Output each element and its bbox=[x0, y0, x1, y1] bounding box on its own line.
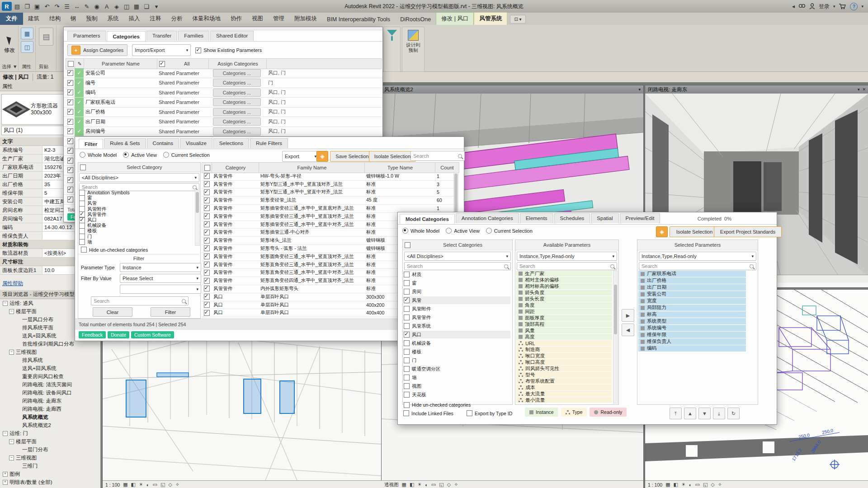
standards-category-10[interactable]: 门 bbox=[404, 357, 510, 364]
selected-parameter-3[interactable]: 安装公司 bbox=[638, 291, 746, 297]
selected-parameter-5[interactable]: 局部阻力 bbox=[638, 305, 746, 311]
row-checkbox[interactable] bbox=[67, 167, 73, 173]
row-checkbox[interactable] bbox=[67, 119, 73, 125]
row-checkbox[interactable] bbox=[204, 173, 210, 179]
standards-tab-5[interactable]: Preview/Edit bbox=[620, 213, 660, 223]
row-checkbox[interactable] bbox=[67, 158, 73, 164]
help-icon[interactable]: ? bbox=[850, 3, 858, 10]
category-checkbox[interactable] bbox=[404, 289, 410, 295]
categories-button[interactable]: Categories ... bbox=[213, 127, 261, 136]
ribbon-tab-4[interactable]: 系统 bbox=[103, 13, 124, 25]
row-checkbox[interactable] bbox=[204, 253, 210, 259]
section-icon[interactable]: ◫ bbox=[122, 2, 131, 11]
row-checkbox[interactable] bbox=[204, 189, 210, 195]
filter-tab-3[interactable]: Visualize bbox=[180, 138, 212, 148]
family-types-icon[interactable]: ◫ bbox=[21, 41, 33, 53]
standards-category-11[interactable]: 暖通空调分区 bbox=[404, 365, 510, 373]
filter-scope-radio-1[interactable]: Active View bbox=[123, 152, 157, 158]
selected-filter-dropdown[interactable]: Instance,Type,Read-only▾ bbox=[639, 252, 756, 261]
ribbon-tab-9[interactable]: 协作 bbox=[226, 13, 247, 25]
available-list-scrollbar[interactable] bbox=[613, 271, 618, 404]
view-scale-label[interactable]: 1 : 100 bbox=[105, 482, 120, 488]
filter-tab-1[interactable]: Rules & Sets bbox=[104, 138, 146, 148]
category-select-all-checkbox[interactable] bbox=[80, 164, 86, 170]
search-icon[interactable] bbox=[798, 3, 806, 9]
detail-level-icon[interactable]: ▦ bbox=[665, 482, 670, 488]
ribbon-display-toggle[interactable]: ⊡ ▾ bbox=[510, 15, 525, 23]
standards-category-1[interactable]: 窗 bbox=[404, 279, 510, 287]
properties-palette-icon[interactable]: ▦ bbox=[21, 28, 33, 39]
row-checkbox[interactable] bbox=[67, 109, 73, 115]
close-hidden-icon[interactable]: ▦ bbox=[132, 2, 141, 11]
view-scale-label[interactable]: 1 : 100 bbox=[648, 482, 662, 488]
3d-view-icon[interactable]: ◈ bbox=[112, 2, 121, 11]
available-parameter-5[interactable]: 角度 bbox=[516, 302, 612, 308]
parameter-manager-tab-0[interactable]: Parameters bbox=[67, 31, 106, 41]
browser-item-13[interactable]: 闭路电视: 走廊西 bbox=[0, 405, 100, 413]
category-list-scrollbar[interactable] bbox=[195, 190, 200, 246]
tree-minus-icon[interactable]: − bbox=[9, 439, 14, 444]
selected-parameter-9[interactable]: 维保年限 bbox=[638, 332, 746, 338]
temporary-hide-isolate-icon[interactable]: ◇ bbox=[168, 482, 172, 488]
row-checkbox[interactable] bbox=[67, 138, 73, 144]
view-title-duct-overview2[interactable]: 风系统概览2 ▾ bbox=[382, 85, 643, 94]
discipline-dropdown[interactable]: <All Disciplines>▾ bbox=[79, 173, 199, 182]
ribbon-tab-14[interactable]: DiRootsOne bbox=[395, 14, 436, 25]
standards-category-8[interactable]: 机械设备 bbox=[404, 339, 510, 347]
move-bottom-button[interactable]: ⤓ bbox=[713, 408, 725, 419]
hide-unchecked-checkbox[interactable] bbox=[404, 402, 410, 408]
standards-tab-1[interactable]: Annotation Categories bbox=[456, 213, 519, 223]
filter-category-9[interactable]: 墙 bbox=[79, 239, 195, 245]
category-checkbox[interactable] bbox=[79, 223, 85, 229]
standards-category-3[interactable]: 风管 bbox=[404, 296, 510, 304]
tree-plus-icon[interactable]: + bbox=[3, 480, 8, 485]
browser-item-7[interactable]: 排风系统 bbox=[0, 356, 100, 364]
browser-item-14[interactable]: 风系统概览 bbox=[0, 413, 100, 421]
available-search[interactable]: Search bbox=[517, 262, 617, 270]
selected-parameter-2[interactable]: 出厂日期 bbox=[638, 284, 746, 291]
standards-scope-radio-2[interactable]: Current Selection bbox=[486, 228, 533, 234]
selected-parameter-8[interactable]: 系统编号 bbox=[638, 325, 746, 331]
hide-crop-icon[interactable]: ◱ bbox=[439, 482, 443, 488]
available-parameter-16[interactable]: 型号 bbox=[516, 372, 612, 378]
available-parameter-14[interactable]: 喉口高度 bbox=[516, 359, 612, 365]
ribbon-tab-3[interactable]: 预制 bbox=[81, 13, 103, 25]
ribbon-tab-2[interactable]: 钢 bbox=[66, 13, 81, 25]
available-parameter-4[interactable]: 箭头长度 bbox=[516, 296, 612, 302]
standards-category-12[interactable]: 墙 bbox=[404, 374, 510, 381]
filter-tab-0[interactable]: Filter bbox=[79, 139, 103, 149]
selected-search[interactable]: Search bbox=[639, 262, 756, 270]
collapse-icon[interactable]: ◂ bbox=[792, 3, 795, 9]
row-checkbox[interactable] bbox=[67, 177, 73, 183]
properties-help-link[interactable]: 属性帮助 bbox=[2, 280, 23, 287]
available-parameter-13[interactable]: 喉口宽度 bbox=[516, 353, 612, 359]
tree-minus-icon[interactable]: − bbox=[9, 350, 14, 355]
filter-scope-radio-2[interactable]: Current Selection bbox=[163, 152, 210, 158]
tree-minus-icon[interactable]: − bbox=[9, 455, 14, 460]
app-menu-icon[interactable]: ▤ bbox=[13, 2, 22, 11]
filter-button[interactable]: Filter bbox=[151, 307, 190, 317]
available-parameter-17[interactable]: 布管系统配置 bbox=[516, 378, 612, 384]
selected-parameter-11[interactable]: 编码 bbox=[638, 345, 746, 352]
standards-category-6[interactable]: 风管系统 bbox=[404, 322, 510, 330]
available-parameter-1[interactable]: 相对主体的偏移 bbox=[516, 277, 612, 283]
available-parameter-2[interactable]: 相对标高的偏移 bbox=[516, 283, 612, 289]
filter-search-input[interactable]: Search bbox=[410, 151, 465, 161]
row-checkbox[interactable] bbox=[204, 213, 210, 219]
hide-crop-icon[interactable]: ◱ bbox=[160, 482, 165, 488]
open-icon[interactable]: ❐ bbox=[23, 2, 32, 11]
standards-tab-0[interactable]: Model Categories bbox=[400, 214, 455, 224]
table-column-2[interactable]: Type Name bbox=[364, 162, 436, 173]
text-icon[interactable]: A bbox=[102, 2, 111, 11]
ribbon-tab-6[interactable]: 注释 bbox=[145, 13, 166, 25]
switch-window-icon[interactable]: ❏ bbox=[142, 2, 151, 11]
visual-style-icon[interactable]: ◧ bbox=[410, 482, 414, 488]
undo-icon[interactable]: ↶ bbox=[42, 2, 52, 11]
standards-tab-4[interactable]: Spatial bbox=[591, 213, 618, 223]
available-filter-dropdown[interactable]: Instance,Type,Read-only▾ bbox=[517, 252, 617, 261]
user-icon[interactable] bbox=[809, 3, 815, 9]
browser-item-12[interactable]: 闭路电视: 走廊东 bbox=[0, 397, 100, 405]
help-dropdown-icon[interactable]: ▾ bbox=[861, 4, 863, 9]
category-checkbox[interactable] bbox=[404, 323, 410, 329]
filter-by-value-dropdown[interactable]: Please Select▾ bbox=[120, 274, 201, 283]
